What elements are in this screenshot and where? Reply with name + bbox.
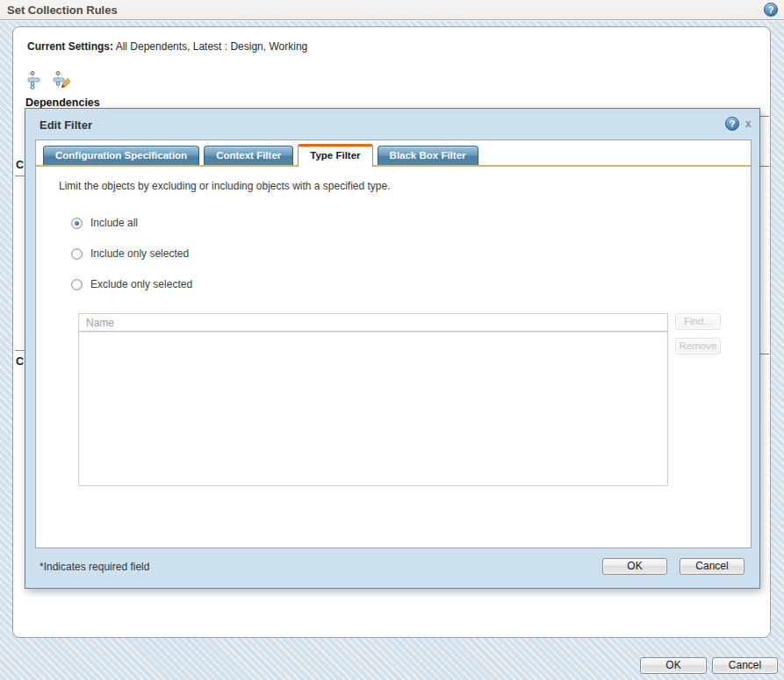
help-icon[interactable]: ? <box>764 3 778 17</box>
radio-label: Include only selected <box>90 247 189 260</box>
cancel-button[interactable]: Cancel <box>680 558 744 575</box>
find-button[interactable]: Find... <box>675 313 721 330</box>
edit-dependencies-tree-icon[interactable] <box>53 70 72 89</box>
type-name-list[interactable]: Name <box>78 313 668 486</box>
cancel-button[interactable]: Cancel <box>712 657 778 674</box>
dependencies-section-label: Dependencies <box>25 97 100 109</box>
filter-tabstrip: Configuration Specification Context Filt… <box>36 140 751 165</box>
page-title: Set Collection Rules <box>7 4 118 17</box>
current-settings-label: Current Settings: <box>27 40 113 53</box>
hidden-separator-fragment <box>760 354 769 354</box>
list-button-column: Find... Remove <box>675 313 721 486</box>
tab-configuration-specification[interactable]: Configuration Specification <box>43 146 199 165</box>
tab-type-filter[interactable]: Type Filter <box>298 144 372 167</box>
current-settings: Current Settings: All Dependents, Latest… <box>27 40 307 53</box>
hidden-separator-fragment <box>15 350 25 351</box>
ok-button[interactable]: OK <box>602 558 667 575</box>
remove-button[interactable]: Remove <box>675 338 721 354</box>
filter-tab-panel: Configuration Specification Context Filt… <box>35 140 752 548</box>
hidden-section-fragment: C <box>16 159 24 171</box>
dependencies-toolbar <box>26 70 72 89</box>
radio-label: Include all <box>90 217 138 229</box>
hidden-separator-fragment <box>15 175 25 176</box>
dialog-title: Edit Filter <box>40 118 92 132</box>
type-filter-description: Limit the objects by excluding or includ… <box>59 180 751 192</box>
hidden-separator-fragment <box>760 116 769 117</box>
radio-include-only-selected[interactable]: Include only selected <box>71 247 751 260</box>
hidden-section-fragment: C <box>16 355 24 368</box>
help-icon[interactable]: ? <box>725 117 739 131</box>
edit-filter-dialog: Edit Filter ? x Configuration Specificat… <box>25 108 760 589</box>
radio-exclude-only-selected[interactable]: Exclude only selected <box>71 278 751 290</box>
radio-label: Exclude only selected <box>90 278 192 290</box>
radio-button-icon[interactable] <box>71 248 83 260</box>
hidden-separator-fragment <box>760 166 769 167</box>
type-list-area: Name Find... Remove <box>78 313 751 486</box>
tab-black-box-filter[interactable]: Black Box Filter <box>378 146 478 165</box>
radio-button-icon[interactable] <box>71 279 83 290</box>
type-filter-radio-group: Include all Include only selected Exclud… <box>71 217 751 290</box>
radio-button-icon[interactable] <box>71 218 83 229</box>
dependencies-tree-icon[interactable] <box>26 70 46 89</box>
tabstrip-underline <box>36 165 751 167</box>
required-field-note: *Indicates required field <box>40 561 149 573</box>
page-header: Set Collection Rules ? <box>0 0 784 20</box>
ok-button[interactable]: OK <box>640 657 707 674</box>
current-settings-value: All Dependents, Latest : Design, Working <box>116 40 308 53</box>
name-column-header[interactable]: Name <box>79 314 667 332</box>
close-icon[interactable]: x <box>744 117 753 131</box>
radio-include-all[interactable]: Include all <box>71 217 751 229</box>
tab-context-filter[interactable]: Context Filter <box>204 146 293 165</box>
